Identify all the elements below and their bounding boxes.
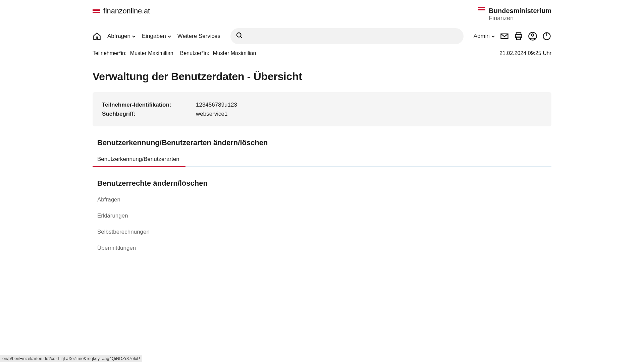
ministry-brand: Bundesministerium Finanzen [478, 7, 551, 22]
austria-flag-icon [478, 7, 485, 10]
link-erklaerungen[interactable]: Erklärungen [97, 208, 551, 224]
timestamp: 21.02.2024 09:25 Uhr [499, 50, 551, 56]
print-icon[interactable] [514, 32, 523, 41]
nav-eingaben-label: Eingaben [142, 33, 166, 40]
power-icon[interactable] [542, 32, 551, 41]
main-nav: Abfragen Eingaben Weitere Services Admin [93, 25, 551, 47]
chevron-down-icon [167, 34, 171, 40]
chevron-down-icon [491, 34, 495, 40]
svg-point-7 [532, 34, 534, 36]
section-benutzerkennung-title: Benutzerkennung/Benutzerarten ändern/lös… [93, 138, 551, 147]
link-abfragen[interactable]: Abfragen [97, 192, 551, 208]
nav-weitere-label: Weitere Services [177, 33, 220, 40]
link-uebermittlungen[interactable]: Übermittlungen [97, 240, 551, 256]
teilnehmer-label: Teilnehmer*in: [93, 50, 126, 56]
meta-info-row: Teilnehmer*in: Muster Maximilian Benutze… [93, 47, 551, 58]
link-selbstberechnungen[interactable]: Selbstberechnungen [97, 224, 551, 240]
ministry-subtitle: Finanzen [489, 15, 551, 22]
search-icon [236, 32, 243, 40]
ministry-name: Bundesministerium [489, 7, 551, 15]
admin-menu[interactable]: Admin [474, 33, 495, 40]
tabs-benutzerkennung: Benutzerkennung/Benutzerarten [93, 151, 551, 167]
section-benutzerrechte-title: Benutzerrechte ändern/löschen [93, 179, 551, 188]
benutzerrechte-linklist: Abfragen Erklärungen Selbstberechnungen … [93, 192, 551, 256]
chevron-down-icon [132, 34, 136, 40]
benutzer-info: Benutzer*in: Muster Maximilian [180, 50, 256, 56]
info-panel: Teilnehmer-Identifikation: 123456789u123… [93, 92, 551, 126]
mail-icon[interactable] [500, 32, 509, 41]
site-brand[interactable]: finanzonline.at [93, 7, 150, 15]
svg-line-1 [240, 37, 243, 39]
search-box[interactable] [230, 28, 464, 44]
nav-weitere-services[interactable]: Weitere Services [177, 33, 220, 40]
teilnehmer-info: Teilnehmer*in: Muster Maximilian [93, 50, 173, 56]
svg-point-0 [237, 33, 241, 37]
admin-label: Admin [474, 33, 490, 40]
page-title: Verwaltung der Benutzerdaten - Übersicht [93, 70, 551, 83]
austria-flag-icon [93, 9, 100, 13]
benutzer-label: Benutzer*in: [180, 50, 209, 56]
suchbegriff-value: webservice1 [196, 109, 228, 118]
search-input[interactable] [243, 33, 458, 39]
home-icon[interactable] [93, 32, 101, 41]
user-icon[interactable] [528, 32, 537, 41]
nav-abfragen[interactable]: Abfragen [107, 33, 136, 40]
teilnehmer-id-label: Teilnehmer-Identifikation: [102, 100, 196, 109]
suchbegriff-label: Suchbegriff: [102, 109, 196, 118]
teilnehmer-value: Muster Maximilian [130, 50, 173, 56]
nav-abfragen-label: Abfragen [107, 33, 130, 40]
benutzer-value: Muster Maximilian [213, 50, 256, 56]
top-brand-bar: finanzonline.at Bundesministerium Finanz… [93, 0, 551, 25]
site-name: finanzonline.at [103, 7, 150, 15]
teilnehmer-id-value: 123456789u123 [196, 100, 237, 109]
nav-eingaben[interactable]: Eingaben [142, 33, 171, 40]
tab-benutzerkennung[interactable]: Benutzerkennung/Benutzerarten [93, 151, 185, 167]
